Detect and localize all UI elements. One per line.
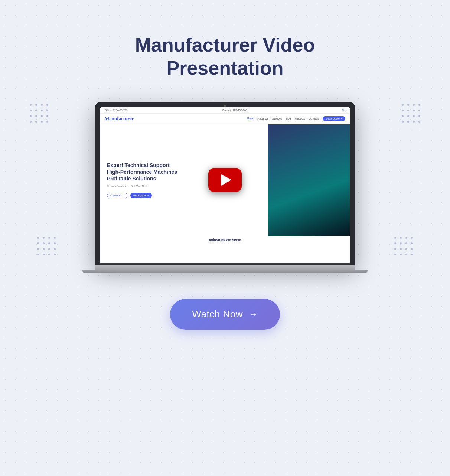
nav-links: Home About Us Services Blog Products Con… — [247, 116, 345, 121]
dot-cluster-top-right — [402, 104, 420, 123]
play-icon[interactable] — [208, 168, 242, 192]
nav-cta-button[interactable]: Get a Quote + — [323, 116, 345, 121]
hero-left: Expert Technical Support High-Performanc… — [100, 124, 268, 236]
page-title: Manufacturer Video Presentation — [95, 33, 355, 80]
hero-btn-quote[interactable]: Get a Quote + — [130, 193, 152, 198]
laptop-mockup: Office: 123-456-789 Factory: 123-456-789… — [95, 102, 355, 273]
youtube-play-button[interactable] — [208, 168, 242, 192]
search-icon[interactable]: 🔍 — [342, 109, 345, 112]
hero-right-image — [268, 124, 350, 236]
nav-link-about[interactable]: About Us — [258, 117, 268, 120]
laptop-screen: Office: 123-456-789 Factory: 123-456-789… — [100, 107, 350, 263]
dot-cluster-top-left — [30, 104, 48, 123]
watch-now-arrow-icon: → — [249, 309, 258, 319]
factory-number: Factory: 123-456-789 — [222, 109, 247, 111]
industries-bar: Industries We Serve — [100, 236, 350, 244]
website-header-bar: Office: 123-456-789 Factory: 123-456-789… — [100, 107, 350, 114]
website-hero: Expert Technical Support High-Performanc… — [100, 124, 350, 236]
hero-btn-details[interactable]: In Details → — [107, 193, 127, 198]
office-number: Office: 123-456-789 — [105, 109, 128, 111]
website-logo: Manufacturer — [105, 116, 134, 122]
watch-now-button[interactable]: Watch Now → — [170, 299, 280, 330]
laptop-base — [95, 265, 355, 273]
nav-link-products[interactable]: Products — [295, 117, 305, 120]
laptop-body: Office: 123-456-789 Factory: 123-456-789… — [95, 102, 355, 273]
hero-background-image — [268, 124, 350, 236]
laptop-base-top — [95, 265, 355, 270]
dot-cluster-bottom-right — [394, 237, 413, 255]
watch-now-label: Watch Now — [192, 309, 243, 320]
website-nav-bar: Manufacturer Home About Us Services Blog… — [100, 114, 350, 124]
nav-link-home[interactable]: Home — [247, 117, 254, 120]
laptop-base-bottom — [82, 270, 368, 273]
dot-cluster-bottom-left — [37, 237, 56, 255]
laptop-screen-bezel: Office: 123-456-789 Factory: 123-456-789… — [95, 102, 355, 265]
hero-buttons: In Details → Get a Quote + — [107, 193, 261, 198]
nav-link-services[interactable]: Services — [272, 117, 282, 120]
nav-link-contacts[interactable]: Contacts — [309, 117, 319, 120]
nav-link-blog[interactable]: Blog — [286, 117, 291, 120]
